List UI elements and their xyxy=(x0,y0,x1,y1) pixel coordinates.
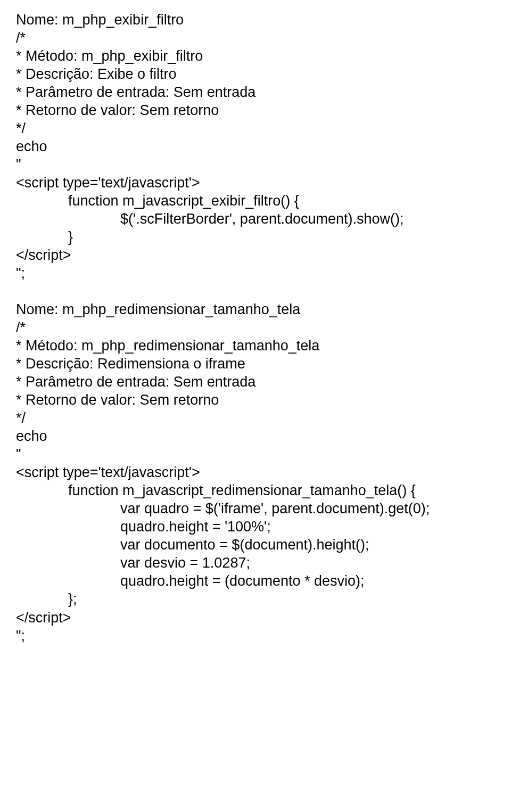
code-line: var desvio = 1.0287; xyxy=(16,554,495,572)
code-line: quadro.height = '100%'; xyxy=(16,518,495,536)
code-line: * Método: m_php_exibir_filtro xyxy=(16,47,495,65)
code-line: echo xyxy=(16,137,495,155)
document-page: Nome: m_php_exibir_filtro/** Método: m_p… xyxy=(0,0,511,812)
code-line: $('.scFilterBorder', parent.document).sh… xyxy=(16,210,495,228)
code-line: <script type='text/javascript'> xyxy=(16,463,495,481)
code-line: function m_javascript_redimensionar_tama… xyxy=(16,481,495,499)
code-line: /* xyxy=(16,318,495,337)
code-line: echo xyxy=(16,427,495,445)
code-line: * Método: m_php_redimensionar_tamanho_te… xyxy=(16,337,495,355)
code-line: " xyxy=(16,155,495,174)
code-line: quadro.height = (documento * desvio); xyxy=(16,572,495,590)
code-line: } xyxy=(16,228,495,246)
code-line: Nome: m_php_redimensionar_tamanho_tela xyxy=(16,300,495,318)
code-line: function m_javascript_exibir_filtro() { xyxy=(16,192,495,210)
code-line: */ xyxy=(16,119,495,137)
code-line: * Parâmetro de entrada: Sem entrada xyxy=(16,83,495,101)
code-line: var quadro = $('iframe', parent.document… xyxy=(16,499,495,518)
code-line: "; xyxy=(16,264,495,282)
code-line: * Descrição: Exibe o filtro xyxy=(16,65,495,83)
code-line: * Retorno de valor: Sem retorno xyxy=(16,101,495,119)
code-line: var documento = $(document).height(); xyxy=(16,536,495,554)
code-line: </script> xyxy=(16,246,495,264)
code-line: * Retorno de valor: Sem retorno xyxy=(16,391,495,409)
code-line: "; xyxy=(16,627,495,645)
code-line: /* xyxy=(16,29,495,47)
blank-line xyxy=(16,282,495,300)
code-line: }; xyxy=(16,590,495,608)
code-line: * Descrição: Redimensiona o iframe xyxy=(16,355,495,373)
code-line: </script> xyxy=(16,609,495,627)
code-line: * Parâmetro de entrada: Sem entrada xyxy=(16,373,495,391)
code-line: " xyxy=(16,445,495,463)
code-line: <script type='text/javascript'> xyxy=(16,174,495,192)
code-line: Nome: m_php_exibir_filtro xyxy=(16,11,495,29)
code-line: */ xyxy=(16,409,495,427)
